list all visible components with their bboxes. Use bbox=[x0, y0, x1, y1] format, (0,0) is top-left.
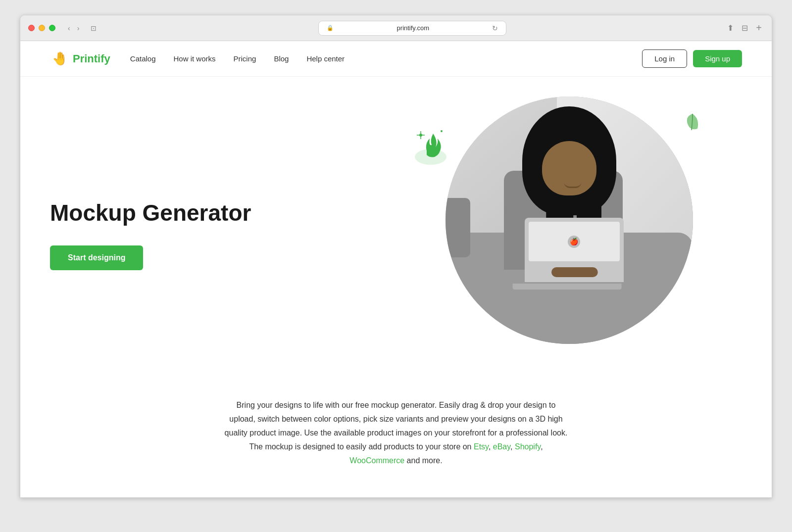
nav-help-center[interactable]: Help center bbox=[306, 54, 345, 63]
signup-button[interactable]: Sign up bbox=[693, 50, 742, 67]
logo-link[interactable]: 🤚 Printify bbox=[50, 50, 110, 68]
shopify-link[interactable]: Shopify bbox=[515, 442, 541, 451]
sidebar-button[interactable]: ⊟ bbox=[740, 21, 750, 35]
new-tab-button[interactable]: + bbox=[754, 22, 764, 34]
etsy-link[interactable]: Etsy bbox=[474, 442, 489, 451]
back-button[interactable]: ‹ bbox=[65, 23, 73, 33]
woocommerce-link[interactable]: WooCommerce bbox=[349, 456, 404, 465]
nav-links: Catalog How it works Pricing Blog Help c… bbox=[130, 54, 642, 63]
hero-section: Mockup Generator Start designing bbox=[20, 77, 772, 374]
logo-text: Printify bbox=[73, 52, 110, 65]
nav-how-it-works[interactable]: How it works bbox=[174, 54, 216, 63]
address-bar[interactable]: 🔒 printify.com ↻ bbox=[318, 21, 506, 36]
browser-toolbar-right: ⬆ ⊟ + bbox=[725, 21, 764, 35]
address-bar-container: 🔒 printify.com ↻ bbox=[105, 21, 719, 36]
maximize-button[interactable] bbox=[49, 25, 55, 31]
website-content: 🤚 Printify Catalog How it works Pricing … bbox=[20, 41, 772, 497]
text-after: and more. bbox=[404, 456, 442, 465]
refresh-button[interactable]: ↻ bbox=[492, 24, 498, 32]
sep3: , bbox=[541, 442, 543, 451]
browser-nav-buttons: ‹ › bbox=[65, 23, 82, 33]
login-button[interactable]: Log in bbox=[642, 49, 687, 68]
site-nav: 🤚 Printify Catalog How it works Pricing … bbox=[20, 41, 772, 77]
sep1: , bbox=[489, 442, 493, 451]
start-designing-button[interactable]: Start designing bbox=[50, 245, 143, 270]
leaf-decoration bbox=[683, 111, 702, 138]
nav-pricing[interactable]: Pricing bbox=[234, 54, 256, 63]
url-text: printify.com bbox=[338, 24, 488, 32]
tab-view-button[interactable]: ⊡ bbox=[88, 22, 99, 34]
nav-blog[interactable]: Blog bbox=[274, 54, 289, 63]
lock-icon: 🔒 bbox=[327, 25, 334, 31]
sep2: , bbox=[510, 442, 515, 451]
svg-point-4 bbox=[441, 130, 443, 132]
floating-printify-logo bbox=[411, 121, 450, 168]
traffic-lights bbox=[28, 25, 55, 31]
hero-right: 🍎 bbox=[396, 97, 742, 344]
ebay-link[interactable]: eBay bbox=[493, 442, 510, 451]
minimize-button[interactable] bbox=[39, 25, 45, 31]
share-button[interactable]: ⬆ bbox=[725, 21, 736, 35]
hero-title: Mockup Generator bbox=[50, 200, 288, 226]
description-section: Bring your designs to life with our free… bbox=[193, 374, 599, 497]
description-text: Bring your designs to life with our free… bbox=[223, 398, 569, 468]
close-button[interactable] bbox=[28, 25, 35, 31]
nav-catalog[interactable]: Catalog bbox=[130, 54, 156, 63]
hero-image: 🍎 bbox=[446, 97, 693, 344]
nav-actions: Log in Sign up bbox=[642, 49, 742, 68]
svg-text:🤚: 🤚 bbox=[52, 50, 68, 66]
hero-left: Mockup Generator Start designing bbox=[50, 170, 396, 271]
printify-logo-icon: 🤚 bbox=[50, 50, 68, 68]
forward-button[interactable]: › bbox=[75, 23, 82, 33]
